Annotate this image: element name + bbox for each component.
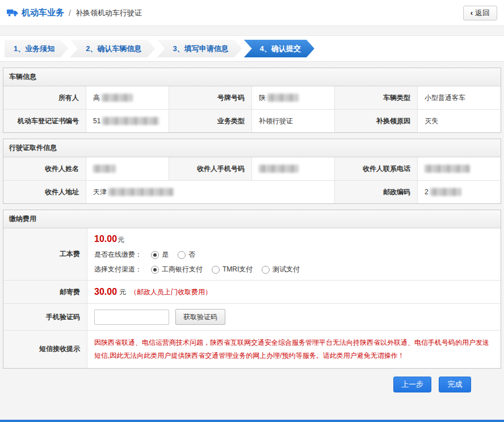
zip-code-value: 2 — [418, 181, 501, 203]
online-payment-row: 是否在线缴费： 是 否 — [94, 250, 195, 260]
page-header: 机动车业务 / 补换领机动车行驶证 ‹ 返回 — [0, 0, 504, 26]
plate-value-prefix: 陕 — [259, 93, 266, 103]
cost-amount: 10.00 — [94, 234, 117, 244]
zip-code-prefix: 2 — [425, 188, 429, 196]
plate-value: 陕 — [252, 86, 335, 109]
redacted-recipient-name — [93, 165, 116, 173]
radio-unselected-icon[interactable] — [262, 266, 270, 274]
back-button[interactable]: ‹ 返回 — [463, 6, 497, 20]
recipient-address-label: 收件人地址 — [3, 181, 86, 203]
table-row: 工本费 10.00元 是否在线缴费： 是 否 选择支付渠道： — [3, 228, 501, 280]
channel-test-option[interactable]: 测试支付 — [262, 265, 300, 274]
recipient-name-value — [86, 157, 169, 180]
payment-section-title: 缴纳费用 — [3, 210, 501, 228]
recipient-address-prefix: 天津 — [93, 187, 107, 197]
online-yes-option[interactable]: 是 — [151, 250, 169, 260]
cost-fee-label: 工本费 — [3, 228, 87, 280]
step-4-confirm-submit[interactable]: 4、确认提交 — [244, 40, 314, 57]
table-row: 机动车登记证书编号 51 业务类型 补领行驶证 补换领原因 灭失 — [3, 109, 501, 132]
payment-section: 缴纳费用 工本费 10.00元 是否在线缴费： 是 否 选择支付渠道： — [3, 210, 501, 369]
plate-label: 号牌号码 — [169, 86, 252, 109]
channel-icbc-option[interactable]: 工商银行支付 — [151, 265, 203, 274]
table-row: 收件人地址 天津 邮政编码 2 — [3, 180, 501, 203]
sms-code-input[interactable] — [94, 310, 169, 325]
truck-icon — [7, 9, 18, 17]
online-payment-label: 是否在线缴费： — [94, 250, 142, 260]
redacted-registration-no — [102, 117, 159, 125]
recipient-mobile-value — [252, 157, 335, 180]
pickup-section-title: 行驶证取件信息 — [3, 139, 501, 157]
page-subtitle: 补换领机动车行驶证 — [75, 8, 142, 18]
vehicle-section-title: 车辆信息 — [3, 68, 501, 86]
radio-selected-icon[interactable] — [151, 251, 159, 259]
vehicle-type-value: 小型普通客车 — [418, 86, 501, 109]
owner-value: 高 — [86, 86, 169, 109]
channel-tmri-label[interactable]: TMRI支付 — [222, 265, 253, 274]
table-row: 短信接收提示 因陕西省联通、电信运营商技术问题，陕西省互联网交通安全综合服务管理… — [3, 330, 501, 368]
cost-amount-line: 10.00元 — [94, 234, 124, 245]
registration-no-prefix: 51 — [93, 117, 100, 125]
sms-notice-label: 短信接收提示 — [3, 331, 87, 368]
breadcrumb: 机动车业务 / 补换领机动车行驶证 — [7, 7, 142, 18]
table-row: 所有人 高 号牌号码 陕 车辆类型 小型普通客车 — [3, 86, 501, 109]
postage-fee-value: 30.00元 （邮政人员上门收取费用） — [87, 281, 501, 303]
step-1-notice[interactable]: 1、业务须知 — [5, 40, 68, 57]
online-no-option[interactable]: 否 — [178, 250, 195, 260]
redacted-recipient-mobile — [259, 165, 299, 173]
recipient-phone-value — [418, 157, 501, 180]
finish-button[interactable]: 完成 — [439, 377, 471, 392]
back-button-label: 返回 — [475, 8, 490, 18]
get-sms-code-button[interactable]: 获取验证码 — [175, 309, 225, 325]
redacted-recipient-phone — [425, 165, 470, 173]
page-title: 机动车业务 — [22, 7, 64, 18]
chevron-left-icon: ‹ — [471, 9, 473, 17]
sms-code-label: 手机验证码 — [3, 304, 87, 330]
recipient-phone-label: 收件人联系电话 — [335, 157, 418, 180]
recipient-address-value: 天津 — [86, 181, 335, 203]
table-row: 邮寄费 30.00元 （邮政人员上门收取费用） — [3, 280, 501, 303]
pickup-info-section: 行驶证取件信息 收件人姓名 收件人手机号码 收件人联系电话 收件人地址 天津 邮… — [3, 139, 501, 204]
vehicle-type-label: 车辆类型 — [335, 86, 418, 109]
radio-unselected-icon[interactable] — [178, 251, 186, 259]
business-type-value: 补领行驶证 — [252, 110, 335, 132]
postage-unit: 元 — [119, 287, 126, 297]
title-separator: / — [69, 9, 71, 18]
channel-test-label[interactable]: 测试支付 — [272, 265, 300, 274]
business-type-label: 业务类型 — [169, 110, 252, 132]
recipient-name-label: 收件人姓名 — [3, 157, 86, 180]
redacted-zip-code — [430, 188, 461, 196]
payment-channel-label: 选择支付渠道： — [94, 265, 142, 274]
postage-amount: 30.00 — [94, 287, 117, 297]
cost-fee-value: 10.00元 是否在线缴费： 是 否 选择支付渠道： 工商银行支付 — [87, 228, 501, 280]
previous-step-button[interactable]: 上一步 — [393, 377, 431, 392]
channel-icbc-label[interactable]: 工商银行支付 — [162, 265, 203, 274]
radio-unselected-icon[interactable] — [212, 266, 220, 274]
radio-selected-icon[interactable] — [151, 266, 159, 274]
redacted-plate — [267, 94, 299, 102]
redacted-owner — [102, 94, 133, 102]
table-row: 手机验证码 获取验证码 — [3, 303, 501, 330]
reason-label: 补换领原因 — [335, 110, 418, 132]
online-yes-label[interactable]: 是 — [162, 250, 169, 260]
zip-code-label: 邮政编码 — [335, 181, 418, 203]
footer-actions: 上一步 完成 — [0, 369, 504, 392]
payment-channel-row: 选择支付渠道： 工商银行支付 TMRI支付 测试支付 — [94, 265, 300, 274]
table-row: 收件人姓名 收件人手机号码 收件人联系电话 — [3, 157, 501, 180]
owner-value-prefix: 高 — [93, 93, 100, 103]
postage-note: （邮政人员上门收取费用） — [130, 287, 212, 297]
sms-notice-text: 因陕西省联通、电信运营商技术问题，陕西省互联网交通安全综合服务管理平台无法向持陕… — [94, 336, 494, 362]
bottom-accent-bar — [0, 420, 504, 422]
redacted-recipient-address — [108, 188, 174, 196]
postage-fee-label: 邮寄费 — [3, 281, 87, 303]
recipient-mobile-label: 收件人手机号码 — [169, 157, 252, 180]
step-wizard: 1、业务须知 2、确认车辆信息 3、填写申请信息 4、确认提交 — [0, 35, 504, 62]
online-no-label[interactable]: 否 — [188, 250, 195, 260]
vehicle-info-section: 车辆信息 所有人 高 号牌号码 陕 车辆类型 小型普通客车 机动车登记证书编号 … — [3, 68, 501, 133]
step-3-fill-application[interactable]: 3、填写申请信息 — [157, 40, 242, 57]
sms-code-row: 获取验证码 — [87, 304, 501, 330]
cost-unit: 元 — [117, 236, 124, 244]
reason-value: 灭失 — [418, 110, 501, 132]
step-2-confirm-vehicle[interactable]: 2、确认车辆信息 — [70, 40, 155, 57]
channel-tmri-option[interactable]: TMRI支付 — [212, 265, 253, 274]
registration-no-label: 机动车登记证书编号 — [3, 110, 86, 132]
